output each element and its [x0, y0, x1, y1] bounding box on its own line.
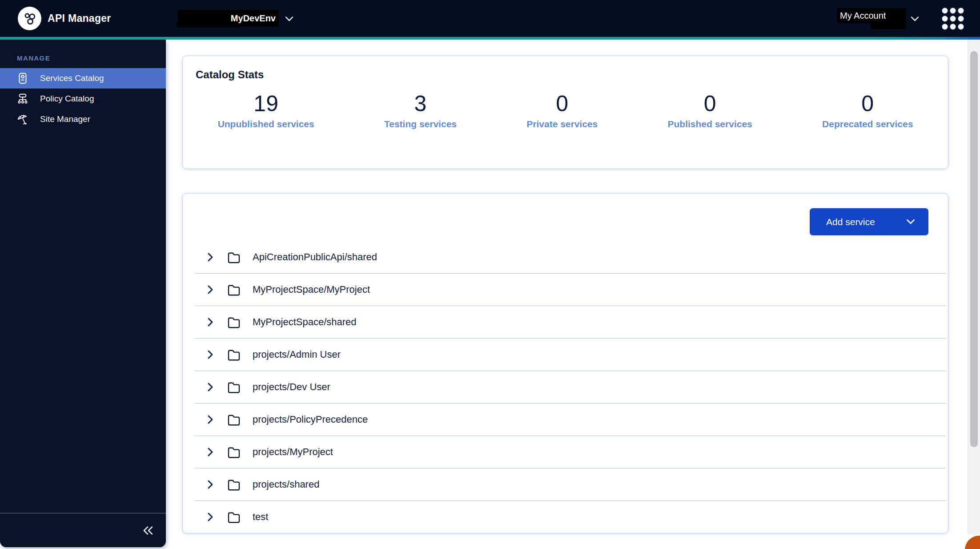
floating-action-button[interactable]: [965, 536, 980, 549]
stat-item: 0 Private services: [526, 92, 598, 129]
stat-label: Private services: [526, 119, 598, 129]
scrollbar-track[interactable]: [968, 40, 980, 534]
stat-value: 0: [668, 92, 752, 116]
stat-item: 3 Testing services: [384, 92, 457, 129]
beach-umbrella-icon: [16, 113, 29, 126]
service-folder-row[interactable]: projects/MyProject: [195, 436, 946, 468]
sidebar-item-site-manager[interactable]: Site Manager: [0, 109, 166, 129]
stat-label: Deprecated services: [822, 119, 913, 129]
stat-item: 19 Unpublished services: [218, 92, 314, 129]
double-chevron-left-icon[interactable]: [143, 526, 153, 535]
service-folder-row[interactable]: test: [195, 501, 946, 533]
stat-value: 3: [384, 92, 457, 116]
stat-value: 0: [526, 92, 598, 116]
app-title: API Manager: [48, 0, 111, 37]
sidebar-item-label: Services Catalog: [40, 73, 104, 83]
folder-icon: [227, 381, 241, 393]
folder-icon: [227, 349, 241, 361]
folder-icon: [227, 446, 241, 458]
folder-icon: [227, 414, 241, 426]
environment-selector[interactable]: MyDevEnv: [178, 10, 276, 27]
chevron-right-icon[interactable]: [207, 512, 213, 522]
chevron-right-icon[interactable]: [207, 480, 213, 489]
badge-card-icon: [16, 72, 29, 85]
folder-icon: [227, 316, 241, 328]
sitemap-icon: [16, 92, 29, 105]
service-folder-row[interactable]: MyProjectSpace/shared: [195, 306, 946, 339]
service-folder-row[interactable]: projects/shared: [195, 468, 946, 501]
service-folder-list: ApiCreationPublicApi/shared MyProjectSpa…: [195, 241, 946, 533]
stat-label: Testing services: [384, 119, 457, 129]
sidebar: MANAGE Services Catalog: [0, 40, 166, 547]
service-folder-name: MyProjectSpace/shared: [253, 316, 357, 328]
folder-icon: [227, 511, 241, 523]
stat-label: Published services: [668, 119, 752, 129]
sidebar-nav: Services Catalog Policy Catalog: [0, 68, 166, 129]
stat-label: Unpublished services: [218, 119, 314, 129]
catalog-stats-card: Catalog Stats 19 Unpublished services 3 …: [182, 56, 948, 169]
service-folder-row[interactable]: projects/PolicyPrecedence: [195, 404, 946, 436]
account-menu[interactable]: My Account: [840, 8, 886, 23]
chevron-right-icon[interactable]: [207, 350, 213, 359]
add-service-label: Add service: [826, 217, 875, 227]
service-folder-row[interactable]: projects/Dev User: [195, 371, 946, 404]
chevron-right-icon[interactable]: [207, 447, 213, 457]
chevron-right-icon[interactable]: [207, 252, 213, 262]
service-folder-name: MyProjectSpace/MyProject: [253, 284, 370, 295]
stat-item: 0 Deprecated services: [822, 92, 913, 129]
service-folder-row[interactable]: ApiCreationPublicApi/shared: [195, 241, 946, 274]
chevron-right-icon[interactable]: [207, 415, 213, 424]
service-folder-name: test: [253, 511, 268, 523]
catalog-stats-title: Catalog Stats: [196, 69, 948, 81]
chevron-down-icon: [906, 219, 915, 225]
scrollbar-thumb[interactable]: [970, 51, 978, 447]
catalog-stats-row: 19 Unpublished services 3 Testing servic…: [183, 92, 948, 129]
service-folder-row[interactable]: MyProjectSpace/MyProject: [195, 274, 946, 306]
service-folder-name: projects/Admin User: [253, 349, 341, 360]
folder-icon: [227, 479, 241, 491]
sidebar-item-label: Site Manager: [40, 114, 90, 124]
service-folder-name: projects/PolicyPrecedence: [253, 414, 368, 425]
stat-value: 19: [218, 92, 314, 116]
sidebar-item-label: Policy Catalog: [40, 94, 94, 104]
folder-icon: [227, 251, 241, 263]
service-folder-name: projects/MyProject: [253, 446, 333, 458]
service-folder-name: projects/shared: [253, 479, 319, 490]
chevron-right-icon[interactable]: [207, 317, 213, 327]
sidebar-footer: [0, 513, 166, 547]
top-nav-bar: API Manager MyDevEnv My Account: [0, 0, 980, 37]
app-logo-icon: [18, 7, 41, 30]
chevron-right-icon[interactable]: [207, 382, 213, 392]
sidebar-item-policy-catalog[interactable]: Policy Catalog: [0, 89, 166, 109]
services-list-card: Add service ApiCreationPublicAp: [182, 193, 948, 533]
chevron-right-icon[interactable]: [207, 285, 213, 295]
service-folder-name: ApiCreationPublicApi/shared: [253, 251, 377, 263]
stat-item: 0 Published services: [668, 92, 752, 129]
sidebar-item-services-catalog[interactable]: Services Catalog: [0, 68, 166, 89]
stat-value: 0: [822, 92, 913, 116]
chevron-down-icon[interactable]: [911, 16, 919, 24]
apps-grid-icon[interactable]: [941, 7, 964, 30]
chevron-down-icon[interactable]: [285, 16, 293, 24]
service-folder-name: projects/Dev User: [253, 381, 330, 393]
accent-stripe: [0, 37, 980, 40]
add-service-button[interactable]: Add service: [810, 208, 928, 235]
sidebar-section-label: MANAGE: [17, 54, 166, 62]
folder-icon: [227, 284, 241, 296]
service-folder-row[interactable]: projects/Admin User: [195, 339, 946, 371]
